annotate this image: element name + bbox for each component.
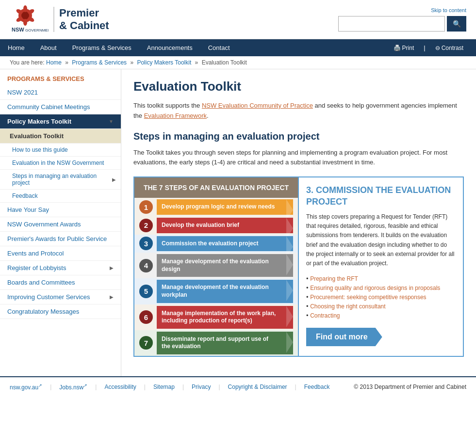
choosing-consultant-link[interactable]: Choosing the right consultant <box>310 303 385 310</box>
step-1-label: Develop program logic and review needs <box>157 199 293 215</box>
footer-copyright-link[interactable]: Copyright & Disclaimer <box>228 384 287 390</box>
procurement-link[interactable]: Procurement: seeking competitive respons… <box>310 294 426 301</box>
intro-text: This toolkit supports the NSW Evaluation… <box>133 101 464 121</box>
footer: nsw.gov.au↗ | Jobs.nsw↗ | Accessibility … <box>0 376 476 397</box>
preparing-rft-link[interactable]: Preparing the RFT <box>310 275 358 282</box>
step-5-number: 5 <box>139 285 153 298</box>
steps-heading: Steps in managing an evaluation project <box>133 131 464 142</box>
sidebar-item-nsw2021[interactable]: NSW 2021 <box>0 85 121 100</box>
main-nav: Home About Programs & Services Announcem… <box>0 39 476 56</box>
print-link[interactable]: 🖨️ Print <box>386 40 422 56</box>
step-5-label: Manage development of the evaluation wor… <box>157 280 293 303</box>
sidebar-item-register-lobbyists[interactable]: Register of Lobbyists ▶ <box>0 261 121 275</box>
commission-link-item: Ensuring quality and rigorous designs in… <box>306 283 456 292</box>
sidebar-item-premiers-awards[interactable]: Premier's Awards for Public Service <box>0 232 121 246</box>
breadcrumb-home[interactable]: Home <box>46 59 62 66</box>
sidebar: PROGRAMS & SERVICES NSW 2021 Community C… <box>0 69 121 376</box>
nav-about[interactable]: About <box>33 39 65 56</box>
contracting-link[interactable]: Contracting <box>310 312 340 319</box>
page-title: Evaluation Toolkit <box>133 79 464 94</box>
svg-point-2 <box>21 12 29 19</box>
sidebar-item-how-to-use[interactable]: How to use this guide <box>0 144 121 157</box>
nav-programs-services[interactable]: Programs & Services <box>65 39 139 56</box>
step-4-row: 4 Manage development of the evaluation d… <box>134 253 298 278</box>
step-5-row: 5 Manage development of the evaluation w… <box>134 278 298 304</box>
sidebar-item-evaluation-nsw-gov[interactable]: Evaluation in the NSW Government <box>0 157 121 170</box>
sidebar-item-community-cabinet[interactable]: Community Cabinet Meetings <box>0 100 121 114</box>
site-header: NSW GOVERNMENT Premier & Cabinet Skip to… <box>0 0 476 39</box>
step-1-row: 1 Develop program logic and review needs <box>134 198 298 216</box>
breadcrumb: You are here: Home » Programs & Services… <box>0 56 476 69</box>
step-7-row: 7 Disseminate report and support use of … <box>134 330 298 356</box>
step-4-label: Manage development of the evaluation des… <box>157 254 293 277</box>
chevron-right-icon-lobbyists: ▶ <box>110 265 114 271</box>
step-2-number: 2 <box>139 219 153 232</box>
svg-text:NSW: NSW <box>12 27 24 32</box>
sidebar-section-title: PROGRAMS & SERVICES <box>0 69 121 85</box>
breadcrumb-toolkit[interactable]: Policy Makers Toolkit <box>137 59 191 66</box>
steps-diagram: THE 7 STEPS OF AN EVALUATION PROJECT 1 D… <box>133 176 464 357</box>
step-3-row: 3 Commission the evaluation project <box>134 235 298 253</box>
footer-nsw-gov-link[interactable]: nsw.gov.au↗ <box>10 383 42 391</box>
find-out-more-button[interactable]: Find out more <box>306 328 382 346</box>
ensuring-quality-link[interactable]: Ensuring quality and rigorous designs in… <box>310 285 440 291</box>
step-7-label: Disseminate report and support use of th… <box>157 332 293 354</box>
commission-link-item: Contracting <box>306 311 456 320</box>
commission-link-item: Preparing the RFT <box>306 274 456 283</box>
svg-text:GOVERNMENT: GOVERNMENT <box>25 28 49 32</box>
svg-point-6 <box>23 19 27 26</box>
sidebar-item-boards-committees[interactable]: Boards and Committees <box>0 275 121 290</box>
step-2-label: Develop the evaluation brief <box>157 218 293 233</box>
search-button[interactable]: 🔍 <box>447 16 466 32</box>
nav-home[interactable]: Home <box>0 39 33 56</box>
footer-jobs-link[interactable]: Jobs.nsw↗ <box>59 383 87 391</box>
sidebar-item-have-your-say[interactable]: Have Your Say <box>0 203 121 217</box>
sidebar-item-events-protocol[interactable]: Events and Protocol <box>0 246 121 261</box>
sidebar-item-improving-customer[interactable]: Improving Customer Services ▶ <box>0 290 121 304</box>
content-area: PROGRAMS & SERVICES NSW 2021 Community C… <box>0 69 476 376</box>
breadcrumb-programs[interactable]: Programs & Services <box>72 59 127 66</box>
footer-sitemap-link[interactable]: Sitemap <box>153 384 175 390</box>
nav-announcements[interactable]: Announcements <box>139 39 200 56</box>
step-1-number: 1 <box>139 200 153 214</box>
diagram-header: THE 7 STEPS OF AN EVALUATION PROJECT <box>134 177 298 198</box>
sidebar-item-congratulatory[interactable]: Congratulatory Messages <box>0 304 121 319</box>
skip-to-content-link[interactable]: Skip to content <box>431 7 466 13</box>
commission-title: 3. COMMISSION THE EVALUATION PROJECT <box>306 185 456 208</box>
sidebar-item-nsw-govt-awards[interactable]: NSW Government Awards <box>0 217 121 232</box>
steps-right-panel: 3. COMMISSION THE EVALUATION PROJECT Thi… <box>298 177 463 356</box>
footer-feedback-link[interactable]: Feedback <box>304 384 330 390</box>
commission-links-list: Preparing the RFT Ensuring quality and r… <box>306 274 456 320</box>
step-7-number: 7 <box>139 336 153 350</box>
breadcrumb-current: Evaluation Toolkit <box>202 59 247 66</box>
step-6-label: Manage implementation of the work plan, … <box>157 306 293 329</box>
sidebar-item-evaluation-toolkit[interactable]: Evaluation Toolkit <box>0 129 121 144</box>
sidebar-item-steps-managing[interactable]: Steps in managing an evaluation project … <box>0 170 121 190</box>
contrast-link[interactable]: ⊖ Contrast <box>427 40 471 56</box>
step-6-number: 6 <box>139 310 153 324</box>
search-input[interactable] <box>338 16 445 32</box>
sidebar-item-policy-makers-toolkit[interactable]: Policy Makers Toolkit ▼ <box>0 114 121 129</box>
steps-body-text: The Toolkit takes you through seven step… <box>133 148 464 168</box>
step-3-number: 3 <box>139 237 153 250</box>
step-3-label: Commission the evaluation project <box>157 236 293 252</box>
nsw-logo: NSW GOVERNMENT <box>10 5 49 34</box>
steps-left-panel: THE 7 STEPS OF AN EVALUATION PROJECT 1 D… <box>134 177 298 356</box>
eval-framework-link[interactable]: Evaluation Framework <box>144 112 207 119</box>
nav-utilities: 🖨️ Print | ⊖ Contrast <box>386 40 476 56</box>
footer-copyright: © 2013 Department of Premier and Cabinet <box>354 384 466 390</box>
main-content: Evaluation Toolkit This toolkit supports… <box>121 69 476 376</box>
footer-accessibility-link[interactable]: Accessibility <box>104 384 136 390</box>
svg-point-3 <box>23 5 27 12</box>
sidebar-item-feedback[interactable]: Feedback <box>0 190 121 203</box>
step-6-row: 6 Manage implementation of the work plan… <box>134 304 298 330</box>
header-right: Skip to content 🔍 <box>338 7 466 32</box>
search-area: 🔍 <box>338 16 466 32</box>
nav-contact[interactable]: Contact <box>200 39 238 56</box>
commission-link-item: Choosing the right consultant <box>306 302 456 311</box>
commission-link-item: Procurement: seeking competitive respons… <box>306 292 456 302</box>
nsw-eval-community-link[interactable]: NSW Evaluation Community of Practice <box>202 102 313 109</box>
footer-privacy-link[interactable]: Privacy <box>192 384 211 390</box>
chevron-right-icon-customer: ▶ <box>110 294 114 300</box>
site-name: Premier & Cabinet <box>53 7 109 32</box>
